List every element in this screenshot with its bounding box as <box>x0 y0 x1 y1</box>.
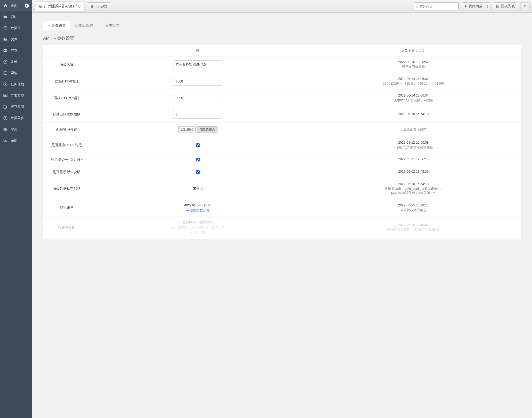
folder-icon <box>3 37 8 42</box>
svg-text:FTP: FTP <box>4 50 7 51</box>
browser-icon <box>3 14 8 19</box>
head-desc: 更新时间 / 说明 <box>306 45 521 56</box>
sidebar-item-backup[interactable]: 备份 <box>0 56 32 68</box>
sidebar-label: 桌面 <box>11 3 17 8</box>
https-port-input[interactable] <box>173 94 222 102</box>
breadcrumb: AMH » 参数设置 <box>32 30 532 45</box>
svg-point-2 <box>4 26 7 28</box>
diamond-icon: ♦ <box>197 220 199 224</box>
sidebar-item-network[interactable]: 网络 <box>0 68 32 79</box>
monitor-icon <box>3 93 8 98</box>
pin-icon: ◉ <box>38 4 42 9</box>
store-button[interactable]: ✶ 软件商店 1 <box>461 2 491 10</box>
sidebar-item-sync[interactable]: 数据同步 <box>0 113 32 124</box>
list-icon: ▤ <box>496 4 499 8</box>
svg-rect-11 <box>4 139 7 141</box>
http-port-input[interactable] <box>173 77 222 85</box>
subtab-components[interactable]: ⚙默认组件 <box>70 21 98 30</box>
arrow-right-icon: ➔ <box>186 209 189 212</box>
sidebar-item-ftp[interactable]: FTPFTP <box>0 45 32 56</box>
subtab-manage[interactable]: ⌇集中管理 <box>98 21 124 30</box>
sidebar-item-database[interactable]: 数据库 <box>0 23 32 34</box>
row-manage-mode: 面板管理模式 默认模式 侧边栏模式 设置页面显示模式 <box>43 123 521 137</box>
row-expiry: 授权有效期 授权级别 ♦ 免费用户 还可用29.3天 - 2022-07-15 … <box>43 217 521 239</box>
refresh-icon: ⟳ <box>189 231 192 234</box>
secondary-tab[interactable]: ⊞ lnmp02 <box>87 2 111 10</box>
row-panel-name: 面板名称 2022-06-16 10:50:57显示在面板标题 <box>43 57 521 73</box>
schedule-icon <box>3 82 8 87</box>
database-icon <box>3 25 8 31</box>
settings-panel: 值 更新时间 / 说明 面板名称 2022-06-16 10:50:57显示在面… <box>43 45 521 239</box>
row-login-limit: 登录出错次数限制 2022-05-10 15:54:18 <box>43 106 521 123</box>
row-account: 授权账户 amysql (amh账号) ➔退出授权账号 2022-06-15 1… <box>43 199 521 217</box>
search-wrapper: ⌕ <box>414 2 459 10</box>
panel-name-input[interactable] <box>173 60 222 69</box>
home-icon <box>3 3 8 8</box>
sidebar-item-mail[interactable]: 邮局 <box>0 124 32 135</box>
rss-icon: ⌇ <box>102 24 104 27</box>
settings-button[interactable]: ⚙ <box>520 2 530 10</box>
csrf-checkbox[interactable] <box>196 143 200 147</box>
subtabs: ✎参数设置 ⚙默认组件 ⌇集中管理 <box>32 21 532 30</box>
primary-tab[interactable]: ◉ 广州服务端 AMH 7.0 <box>35 2 84 11</box>
captcha-checkbox[interactable] <box>196 158 200 162</box>
sidebar-item-system[interactable]: 系统 <box>0 135 32 146</box>
pencil-icon: ✎ <box>47 24 50 28</box>
sidebar: 桌面 5 网站 数据库 文件 FTPFTP 备份 网络 任务计划 异常监控 缓存… <box>0 0 32 248</box>
subtab-params[interactable]: ✎参数设置 <box>43 21 70 30</box>
svg-point-10 <box>4 116 7 120</box>
sidebar-item-tasks[interactable]: 任务计划 <box>0 79 32 90</box>
svg-rect-9 <box>4 105 6 108</box>
head-value: 值 <box>90 45 306 56</box>
row-showver: 是否显示版块说明 2022-06-02 23:45:36 <box>43 166 521 178</box>
sync-icon <box>3 116 8 121</box>
system-icon <box>3 138 8 143</box>
topbar: ◉ 广州服务端 AMH 7.0 ⊞ lnmp02 ⌕ ✶ 软件商店 1 ▤ 面板… <box>32 0 532 13</box>
mail-icon <box>3 127 8 132</box>
row-csrf: 是否开启CSRF防范 2022-06-12 16:55:59有效防范外部非法请求… <box>43 137 521 153</box>
sidebar-item-website[interactable]: 网站 <box>0 11 32 23</box>
globe-icon <box>3 70 8 76</box>
store-badge: 1 <box>484 5 488 8</box>
sidebar-badge: 5 <box>25 3 29 8</box>
renew-link[interactable]: ⟳授权续期 <box>189 231 206 235</box>
sidebar-item-files[interactable]: 文件 <box>0 34 32 45</box>
logout-link[interactable]: ➔退出授权账号 <box>186 208 210 212</box>
row-https-port: 面板HTTPS端口 2022-06-14 23:06:34使用https加密连接… <box>43 90 521 106</box>
sidebar-item-monitor[interactable]: 异常监控 <box>0 90 32 101</box>
dataprivate-value: 未开启 <box>193 186 203 191</box>
panel-list-button[interactable]: ▤ 面板列表 <box>493 2 518 10</box>
row-http-port: 面板HTTP端口 2022-06-14 23:06:34避免端口占用 请设置大于… <box>43 73 521 90</box>
cache-icon <box>3 104 8 109</box>
sidebar-item-desktop[interactable]: 桌面 5 <box>0 0 32 11</box>
mode-sidebar-button[interactable]: 侧边栏模式 <box>197 126 217 133</box>
search-box[interactable]: ⌕ <box>414 2 459 10</box>
clock-icon <box>3 59 8 64</box>
login-limit-input[interactable] <box>173 110 222 118</box>
showver-checkbox[interactable] <box>196 170 200 174</box>
svg-rect-1 <box>4 15 7 16</box>
mode-default-button[interactable]: 默认模式 <box>178 126 196 133</box>
help-icon[interactable]: ? <box>432 191 436 195</box>
search-icon: ⌕ <box>416 4 418 8</box>
grid-icon: ⊞ <box>91 4 94 8</box>
sidebar-item-cache[interactable]: 缓存应用 <box>0 101 32 113</box>
ftp-icon: FTP <box>3 48 8 53</box>
row-dataprivate: 面板数据私有保护 未开启 2022-05-10 15:54:18数据库amh »… <box>43 178 521 199</box>
star-icon: ✶ <box>464 4 467 8</box>
gear-icon: ⚙ <box>524 4 527 8</box>
gear-icon: ⚙ <box>75 24 78 27</box>
search-input[interactable] <box>420 4 457 8</box>
table-head: 值 更新时间 / 说明 <box>43 45 521 57</box>
main-content: ✎参数设置 ⚙默认组件 ⌇集中管理 AMH » 参数设置 值 更新时间 / 说明… <box>32 13 532 248</box>
row-captcha: 登录是否开启验证码 2022-05-11 17:36:11 <box>43 153 521 166</box>
